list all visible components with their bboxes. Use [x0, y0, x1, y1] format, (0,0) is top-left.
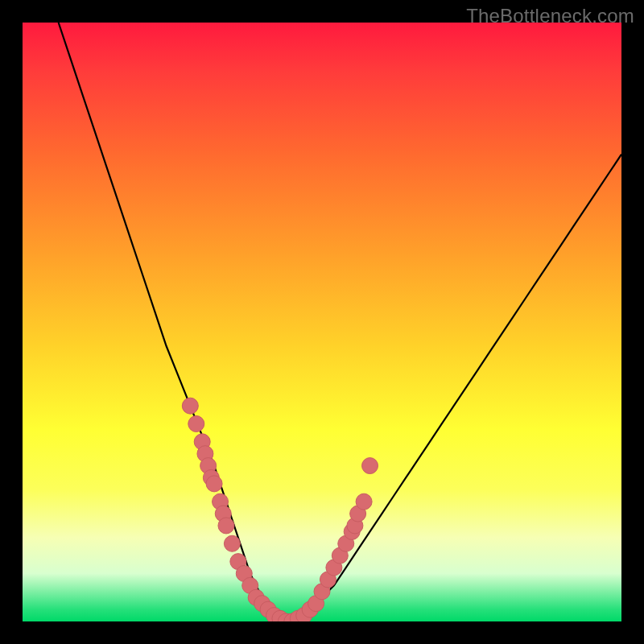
matched-point [362, 458, 378, 474]
matched-point [356, 493, 372, 510]
matched-points-layer [23, 23, 621, 621]
matched-point [206, 476, 222, 492]
matched-point [224, 535, 240, 551]
plot-area [23, 23, 621, 621]
chart-frame: TheBottleneck.com [0, 0, 644, 644]
matched-point [218, 518, 234, 534]
matched-point [182, 398, 198, 414]
matched-point [188, 415, 204, 431]
watermark-label: TheBottleneck.com [466, 5, 634, 27]
